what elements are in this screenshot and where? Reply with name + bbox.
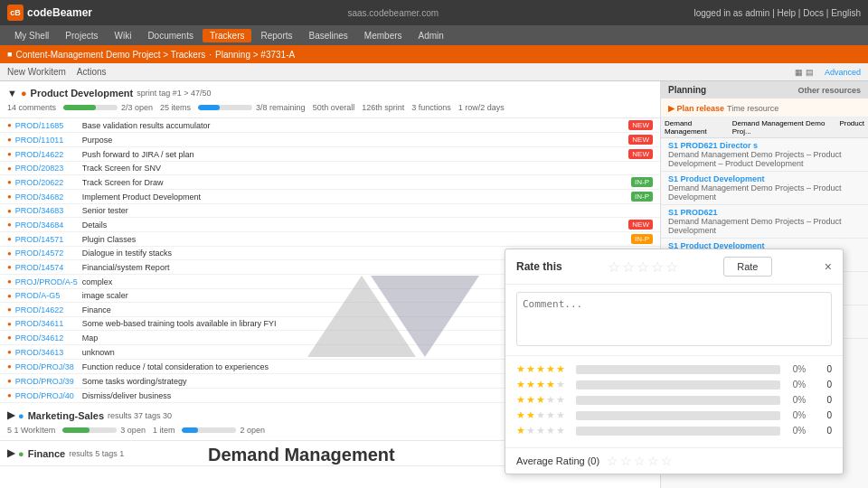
nav-my-shell[interactable]: My Shell	[7, 29, 56, 42]
col-dm: Demand Management	[665, 119, 732, 136]
row-indicator: ●	[7, 362, 12, 371]
stat-sprint: 50th overall	[313, 103, 355, 112]
planning-sprint: S1 PROD621	[668, 208, 861, 217]
dist-stars-1: ★ ★ ★ ★ ★	[516, 425, 571, 436]
stat-2: 1 item	[153, 426, 175, 435]
average-rating: Average Rating (0) ☆ ☆ ☆ ☆ ☆	[505, 447, 843, 474]
rating-stars-empty[interactable]: ☆ ☆ ☆ ☆ ☆	[608, 258, 678, 276]
d2-4: ★	[546, 409, 555, 421]
row-indicator: ●	[7, 391, 12, 399]
product-dev-title: ▼ ● Product Development sprint tag #1 > …	[7, 85, 653, 101]
star-2[interactable]: ☆	[622, 258, 635, 276]
table-row[interactable]: ● PROD/11011 Purpose NEW	[0, 133, 660, 147]
row-title: Track Screen for Draw	[82, 178, 627, 187]
rating-title: Rate this	[516, 260, 562, 273]
plan-release-label: ▶ Plan release Time resource	[661, 99, 868, 117]
d1-2: ★	[526, 425, 535, 436]
d2-2: ★	[526, 409, 535, 421]
dist-count-1: 0	[818, 426, 832, 436]
dist-row-2: ★ ★ ★ ★ ★ 0% 0	[516, 409, 832, 421]
star-5[interactable]: ☆	[665, 258, 678, 276]
nav-members[interactable]: Members	[357, 29, 410, 42]
row-title: unknown	[82, 348, 578, 357]
row-indicator: ●	[7, 348, 12, 356]
table-row[interactable]: ● PROD/20823 Track Screen for SNV	[0, 162, 660, 175]
status-badge: NEW	[628, 220, 653, 230]
comment-textarea[interactable]	[516, 292, 832, 346]
rating-comment-area	[505, 285, 843, 356]
planning-row[interactable]: S1 Product Development Demand Management…	[661, 172, 868, 205]
logo-icon: cB	[7, 5, 24, 21]
row-id: PROJ/PROD/A-5	[15, 277, 79, 286]
avg-star-3: ☆	[634, 454, 646, 468]
planning-row[interactable]: S1 PROD621 Demand Management Demo Projec…	[661, 205, 868, 239]
status-badge: NEW	[628, 120, 653, 130]
nav-documents[interactable]: Documents	[140, 29, 201, 42]
product-dev-section: ▼ ● Product Development sprint tag #1 > …	[0, 81, 660, 118]
nav-projects[interactable]: Projects	[58, 29, 105, 42]
breadcrumb-subtext: ·	[209, 50, 212, 60]
table-row[interactable]: ● PROD/34683 Senior tester	[0, 204, 660, 218]
nav-reports[interactable]: Reports	[253, 29, 299, 42]
table-row[interactable]: ● PROD/20622 Track Screen for Draw IN-P	[0, 175, 660, 190]
dist-count-4: 0	[818, 380, 832, 389]
table-row[interactable]: ● PROD/14571 Plugin Classes IN-P	[0, 232, 660, 247]
collapse-icon[interactable]: ▶	[7, 447, 14, 459]
stat-comments: 14 comments	[7, 103, 56, 112]
sub-nav-new-workitem[interactable]: New Workitem	[7, 67, 66, 77]
average-stars: ☆ ☆ ☆ ☆ ☆	[607, 454, 673, 468]
section-name: Marketing-Sales	[28, 410, 104, 421]
avg-star-5: ☆	[661, 454, 673, 468]
star-3[interactable]: ☆	[637, 258, 649, 276]
advanced-link[interactable]: Advanced	[825, 68, 861, 77]
d5-5: ★	[556, 363, 565, 375]
row-title: Track Screen for SNV	[82, 164, 653, 173]
nav-wiki[interactable]: Wiki	[107, 29, 138, 42]
row-title: Implement Product Development	[82, 192, 627, 202]
collapse-icon[interactable]: ▼	[7, 88, 17, 99]
planning-row[interactable]: S1 PROD621 Director s Demand Management …	[661, 138, 868, 172]
section-dot: ●	[18, 448, 24, 459]
table-row[interactable]: ● PROD/34684 Details NEW	[0, 218, 660, 232]
progress-ms: 3 open	[62, 426, 146, 435]
star-4[interactable]: ☆	[651, 258, 664, 276]
average-rating-label: Average Rating (0)	[516, 455, 599, 466]
row-title: Senior tester	[82, 206, 653, 215]
row-indicator: ●	[7, 277, 12, 286]
section-name: Finance	[28, 448, 66, 459]
table-row[interactable]: ● PROD/14622 Push forward to JIRA / set …	[0, 147, 660, 162]
row-id: PROD/34683	[15, 206, 79, 215]
table-row[interactable]: ● PROD/34682 Implement Product Developme…	[0, 190, 660, 204]
avg-star-1: ☆	[607, 454, 618, 468]
table-row[interactable]: ● PROD/11685 Base validation results acc…	[0, 118, 660, 133]
plan-release: ▶ Plan release	[668, 104, 724, 113]
d3-1: ★	[516, 394, 525, 406]
section-name: Product Development	[31, 88, 134, 99]
d4-1: ★	[516, 379, 525, 390]
rate-button[interactable]: Rate	[723, 257, 771, 277]
row-title: Plugin Classes	[82, 235, 627, 244]
dist-pct-3: 0%	[786, 395, 813, 405]
dist-bar-1	[576, 427, 780, 436]
dist-row-3: ★ ★ ★ ★ ★ 0% 0	[516, 394, 832, 406]
dist-count-5: 0	[818, 364, 832, 374]
star-1[interactable]: ☆	[608, 258, 620, 276]
status-badge: IN-P	[631, 234, 653, 244]
d1-4: ★	[546, 425, 555, 436]
dist-row-4: ★ ★ ★ ★ ★ 0% 0	[516, 379, 832, 390]
d2-1: ★	[516, 409, 525, 421]
nav-admin[interactable]: Admin	[411, 29, 451, 42]
nav-baselines[interactable]: Baselines	[302, 29, 355, 42]
dist-count-2: 0	[818, 410, 832, 420]
sub-nav-actions[interactable]: Actions	[77, 67, 107, 77]
d1-1: ★	[516, 425, 525, 436]
row-id: PROD/14574	[15, 263, 79, 272]
close-dialog-button[interactable]: ×	[825, 259, 832, 274]
row-title: Function reduce / total consideration to…	[82, 362, 578, 371]
row-indicator: ●	[7, 207, 12, 215]
sub-nav: New Workitem Actions ▦ ▤ Advanced	[0, 63, 868, 81]
row-id: PROD/PROJ/39	[15, 377, 79, 386]
nav-trackers[interactable]: Trackers	[203, 29, 252, 42]
demand-management-label: Demand Management	[208, 445, 395, 465]
collapse-icon[interactable]: ▶	[7, 409, 14, 421]
